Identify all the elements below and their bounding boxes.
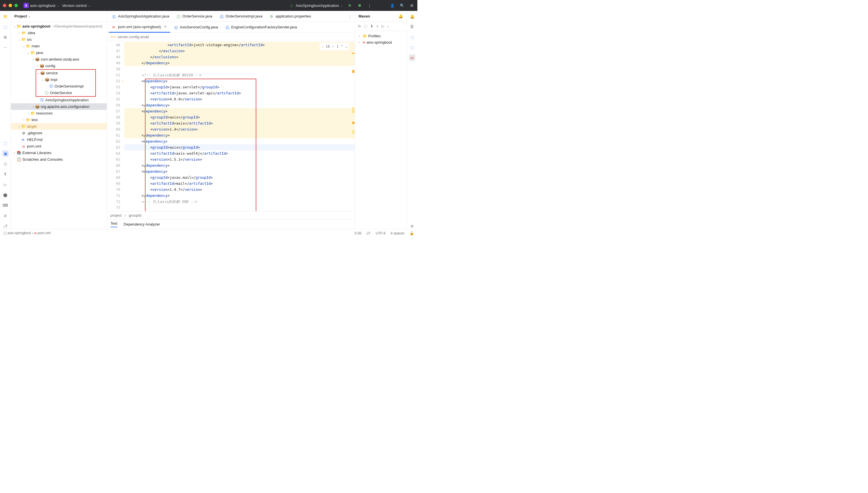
endpoints-icon[interactable]: ⬚ [409,34,415,40]
code-content[interactable]: <artifactId>junit-vintage-engine</artifa… [124,41,355,211]
database-tool-icon[interactable]: 🗄 [409,23,415,30]
tree-extlib[interactable]: ›📚External Libraries [11,150,107,156]
run-tool-icon[interactable]: ▷ [2,181,8,188]
build-icon[interactable]: ⬡ [2,161,8,167]
editor-subtabs: Text Dependency Analyzer [107,219,355,229]
window-controls [3,4,18,7]
maven-tool-icon[interactable]: m [409,55,415,61]
maven-profiles[interactable]: ›📁Profiles [357,33,404,39]
maven-toolbar: ↻ ⬚ ⬇ + ▷ › [355,22,406,31]
tree-resources[interactable]: ›📁resources [11,110,107,116]
indent[interactable]: 4 spaces [391,231,404,235]
minimize-window[interactable] [8,4,12,7]
crumb-groupid[interactable]: groupId [129,213,141,217]
commit-tool-icon[interactable]: ⬚ [2,23,8,30]
maven-project[interactable]: ›maxis-springboot [357,39,404,45]
tree-scratch[interactable]: 📋Scratches and Consoles [11,156,107,163]
tree-help[interactable]: M↓HELP.md [11,136,107,143]
services-icon[interactable]: ▣ [2,150,8,157]
tree-pkg[interactable]: ⌄📦com.iambest.study.axis [11,56,107,63]
tree-service[interactable]: ⌄📦service [36,70,95,76]
maven-tree[interactable]: ›📁Profiles ›maxis-springboot [355,31,406,47]
tab-axisconfig[interactable]: ⒸAxisServiceConfig.java [171,22,221,33]
reload-icon[interactable]: ↻ [358,24,361,28]
line-separator[interactable]: LF [366,231,371,235]
inspection-widget[interactable]: ⚠18 ✓1 ⌃ ⌄ [319,43,349,50]
tree-root[interactable]: ⌄📁axis-springboot~/Developer/ideaworkspa… [11,23,107,29]
project-selector[interactable]: A axis-springboot ⌄ [23,3,59,8]
close-window[interactable] [3,4,6,7]
terminal-icon[interactable]: 𝐓 [2,171,8,177]
tree-idea[interactable]: ›📁.idea [11,29,107,36]
status-crumb[interactable]: ▢ axis-springboot › m pom.xml [3,231,50,235]
close-tab-icon[interactable]: ✕ [164,25,167,29]
highlight-box: ⌄📦service ⌄📦impl ⒸOrderServiceImpl ⒾOrde… [36,69,96,97]
crumb-project[interactable]: project [110,213,122,217]
readonly-icon[interactable]: 🔓 [409,231,414,235]
tree-target[interactable]: ›📁target [11,123,107,130]
subtab-text[interactable]: Text [110,221,118,227]
project-panel: Project ⌄ ⌄📁axis-springboot~/Developer/i… [11,11,107,229]
project-tool-icon[interactable]: 📁 [2,13,8,20]
line-gutter: 46474849505152⬆5354555657585960616263646… [107,41,124,211]
tree-app[interactable]: ⒸAxisSpringbootApplication [11,97,107,103]
tree-orderimpl[interactable]: ⒸOrderServiceImpl [36,83,95,89]
chevron-up-icon[interactable]: ⌃ [341,44,343,50]
tree-config[interactable]: ›📦config [11,63,107,69]
console-icon[interactable]: ⌨ [2,202,8,208]
settings-tool-icon[interactable]: ⊚ [409,223,415,229]
more-tools-icon[interactable]: ⋯ [2,44,8,50]
tree-ordersvc[interactable]: ⒾOrderService [36,89,95,96]
status-bar: ▢ axis-springboot › m pom.xml 5:36 LF UT… [0,229,417,237]
tree-src[interactable]: ⌄📁src [11,36,107,43]
tab-pom[interactable]: mpom.xml (axis-springboot)✕ [109,22,170,33]
subtab-dep[interactable]: Dependency Analyzer [124,222,160,227]
structure-tool-icon[interactable]: ⊞ [2,34,8,40]
vcs-menu[interactable]: Version control ⌄ [62,3,90,8]
debug-button[interactable] [357,3,362,8]
maximize-window[interactable] [14,4,18,7]
cursor-position[interactable]: 5:36 [355,231,361,235]
debug-tool-icon[interactable]: ⬤ [2,192,8,198]
maven-panel: Maven 🔔 ↻ ⬚ ⬇ + ▷ › ›📁Profiles ›maxis-sp… [355,11,406,229]
tab-app[interactable]: ⒸAxisSpringbootApplication.java [109,11,173,22]
more-maven-icon[interactable]: › [387,24,388,28]
tree-java[interactable]: ⌄📁java [11,49,107,56]
run-config-label: AxisSpringbootApplication [296,3,339,8]
more-icon[interactable]: ⋮ [367,3,372,8]
notifications-tool-icon[interactable]: 🔔 [409,13,415,20]
tree-impl[interactable]: ⌄📦impl [36,76,95,83]
problems-icon[interactable]: ⊘ [2,212,8,219]
tab-orderserviceimpl[interactable]: ⒸOrderServiceImpl.java [216,11,266,22]
git-icon[interactable]: ⎇ [2,223,8,229]
project-tree[interactable]: ⌄📁axis-springboot~/Developer/ideaworkspa… [11,22,107,229]
run-maven-icon[interactable]: ▷ [381,24,384,28]
code-with-me-icon[interactable]: 👤 [390,3,395,8]
encoding[interactable]: UTF-8 [376,231,385,235]
tree-test[interactable]: ›📁test [11,116,107,123]
tab-orderservice[interactable]: ⒾOrderService.java [173,11,216,22]
editor-scrollbar[interactable] [351,41,355,211]
notifications-icon[interactable]: 🔔 [398,14,403,18]
tab-appprops[interactable]: ⚙application.properties [267,11,315,22]
code-editor[interactable]: 46474849505152⬆5354555657585960616263646… [107,41,355,211]
generate-icon[interactable]: ⬚ [364,24,367,28]
download-icon[interactable]: ⬇ [370,24,374,28]
tree-gitignore[interactable]: ⊘.gitignore [11,130,107,136]
bookmarks-icon[interactable]: ⬚ [2,140,8,146]
maven-title: Maven [359,14,370,18]
tab-overflow-icon[interactable]: ⋮ [348,14,352,18]
search-icon[interactable]: 🔍 [400,3,405,8]
tree-main[interactable]: ⌄📁main [11,43,107,49]
chevron-down-icon[interactable]: ⌄ [28,15,30,18]
tab-enginefactory[interactable]: ⒸEngineConfigurationFactoryServlet.java [222,22,300,33]
chevron-down-icon[interactable]: ⌄ [345,44,347,50]
run-config-selector[interactable]: ⬡ AxisSpringbootApplication ⌄ [289,3,343,8]
tree-apache[interactable]: ›📦org.apache.axis.configuration [11,103,107,110]
tree-pom[interactable]: mpom.xml [11,143,107,150]
add-icon[interactable]: + [376,24,379,28]
settings-icon[interactable]: ⚙ [409,3,415,8]
ai-icon[interactable]: ⬚ [409,44,415,50]
run-button[interactable] [347,3,353,8]
checkmark-icon: ✓ [332,44,334,50]
